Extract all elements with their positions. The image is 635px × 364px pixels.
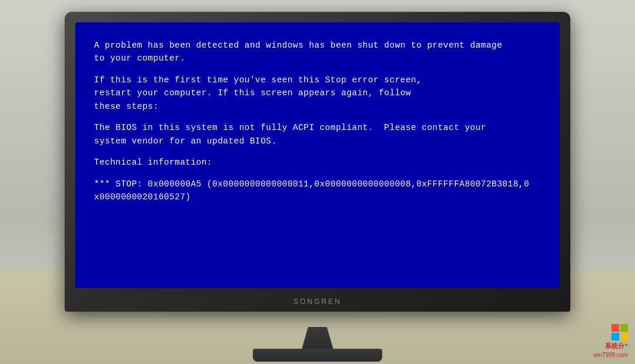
windows-logo-red xyxy=(611,324,619,332)
windows-logo-green xyxy=(620,324,628,332)
monitor-stand-base xyxy=(253,349,382,362)
bsod-screen: A problem has been detected and windows … xyxy=(75,22,560,221)
watermark-site: win7999.com xyxy=(593,352,628,358)
bsod-spacer-1 xyxy=(94,65,541,74)
bsod-spacer-4 xyxy=(94,169,541,178)
bsod-line-5: these steps: xyxy=(94,100,541,113)
bsod-line-2: to your computer. xyxy=(94,52,541,65)
monitor-screen: A problem has been detected and windows … xyxy=(75,22,560,288)
watermark-label: 系统分⁺ xyxy=(605,342,628,350)
bsod-line-6: The BIOS in this system is not fully ACP… xyxy=(94,121,541,134)
bsod-stop-code: *** STOP: 0x000000A5 (0x0000000000000011… xyxy=(94,178,541,191)
bsod-line-7: system vendor for an updated BIOS. xyxy=(94,135,541,148)
bsod-spacer-2 xyxy=(94,113,541,121)
monitor-brand: SONGREN xyxy=(293,298,342,306)
bsod-spacer-3 xyxy=(94,148,541,156)
windows-logo-yellow xyxy=(620,333,628,340)
monitor: A problem has been detected and windows … xyxy=(65,12,570,329)
bsod-line-8: Technical information: xyxy=(94,156,541,169)
bsod-line-3: If this is the first time you've seen th… xyxy=(94,74,541,86)
bsod-stop-code-2: x0000000020160527) xyxy=(94,191,541,203)
watermark: 系统分⁺ win7999.com xyxy=(593,324,628,358)
windows-logo-blue xyxy=(611,333,619,340)
windows-logo-icon xyxy=(611,324,628,340)
monitor-bezel: A problem has been detected and windows … xyxy=(65,12,570,312)
bsod-line-4: restart your computer. If this screen ap… xyxy=(94,86,541,99)
bsod-line-1: A problem has been detected and windows … xyxy=(94,39,541,52)
